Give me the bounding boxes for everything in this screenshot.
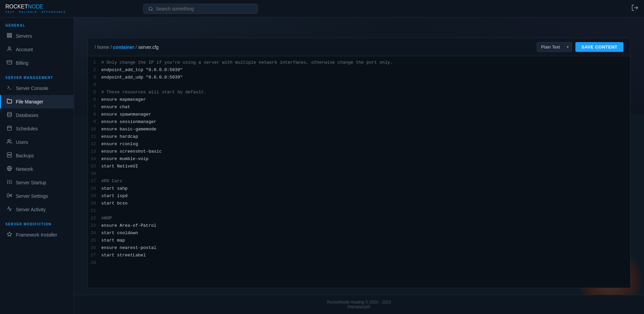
code-line: 20start bcso — [88, 200, 630, 208]
line-number: 10 — [88, 127, 101, 132]
code-line: 17#PD Cars — [88, 178, 630, 186]
footer-copyright: RocketNode Hosting © 2020 - 2023 — [79, 300, 639, 305]
line-content: ensure mumble-voip — [101, 156, 148, 161]
sidebar-item-file-manager[interactable]: File Manager — [0, 95, 74, 108]
backups-icon — [6, 152, 12, 159]
sidebar-item-billing[interactable]: Billing — [0, 56, 74, 70]
svg-point-9 — [7, 112, 11, 114]
sidebar-item-server-console[interactable]: Server Console — [0, 82, 74, 95]
svg-marker-31 — [7, 232, 11, 236]
svg-rect-2 — [7, 33, 11, 34]
line-content: #AOP — [101, 216, 112, 221]
code-line: 7ensure chat — [88, 104, 630, 112]
search-input[interactable] — [156, 6, 253, 11]
code-line: 14ensure mumble-voip — [88, 156, 630, 163]
sidebar-item-label: Users — [16, 139, 28, 145]
line-content: ensure nearest-postal — [101, 245, 156, 250]
folder-icon — [6, 98, 12, 105]
line-number: 21 — [88, 208, 101, 213]
code-line: 21 — [88, 208, 630, 215]
sidebar-item-users[interactable]: Users — [0, 135, 74, 149]
svg-rect-15 — [7, 153, 11, 154]
sidebar-item-label: Server Settings — [16, 193, 48, 199]
breadcrumb-file: server.cfg — [138, 44, 159, 50]
logo-tagline: FAST · RELIABLE · AFFORDABLE — [5, 10, 66, 13]
code-editor[interactable]: 1# Only change the IP if you're using a … — [88, 56, 630, 288]
code-line: 6ensure mapmanager — [88, 97, 630, 104]
file-editor-panel: / home / container / server.cfg Plain Te… — [87, 38, 631, 288]
code-line: 5# These resources will start by default… — [88, 89, 630, 97]
sidebar-item-label: Databases — [16, 113, 38, 118]
code-line: 9ensure sessionmanager — [88, 119, 630, 126]
sidebar-item-server-settings[interactable]: Server Settings — [0, 189, 74, 203]
line-content: start map — [101, 238, 125, 243]
sidebar-item-backups[interactable]: Backups — [0, 149, 74, 162]
app-header: ROCKETNODE FAST · RELIABLE · AFFORDABLE — [0, 0, 644, 18]
sidebar-item-server-activity[interactable]: Server Activity — [0, 203, 74, 216]
code-line: 27start streetLabel — [88, 252, 630, 260]
line-number: 24 — [88, 230, 101, 236]
line-number: 12 — [88, 142, 101, 147]
save-content-button[interactable]: SAVE CONTENT — [575, 42, 623, 52]
line-number: 6 — [88, 97, 101, 102]
search-bar[interactable] — [143, 4, 258, 14]
code-line: 13ensure screenshot-basic — [88, 149, 630, 156]
sidebar-item-account[interactable]: Account — [0, 43, 74, 56]
content-area: / home / container / server.cfg Plain Te… — [74, 18, 644, 314]
line-number: 27 — [88, 253, 101, 258]
breadcrumb-sep1: / — [95, 44, 96, 50]
code-line: 16 — [88, 171, 630, 178]
code-line: 22#AOP — [88, 215, 630, 223]
line-content: start bcso — [101, 201, 128, 206]
sidebar-item-label: Billing — [16, 60, 28, 66]
code-line: 15start NativeUI — [88, 163, 630, 171]
settings-icon — [6, 193, 12, 199]
line-content: endpoint_add_udp "0.0.0.0:5039" — [101, 75, 183, 80]
sidebar-item-network[interactable]: Network — [0, 162, 74, 176]
line-number: 13 — [88, 149, 101, 154]
footer-powered: Pterodactyl© — [79, 305, 639, 309]
line-number: 20 — [88, 201, 101, 206]
sidebar-item-label: Schedules — [16, 126, 38, 131]
footer: RocketNode Hosting © 2020 - 2023 Pteroda… — [74, 295, 644, 314]
line-number: 2 — [88, 67, 101, 72]
code-line: 4 — [88, 82, 630, 89]
code-line: 23ensure Area-of-Patrol — [88, 223, 630, 230]
sidebar-item-schedules[interactable]: Schedules — [0, 122, 74, 135]
line-number: 14 — [88, 156, 101, 161]
search-icon — [148, 6, 153, 11]
line-number: 19 — [88, 193, 101, 198]
network-icon — [6, 166, 12, 172]
startup-icon — [6, 179, 12, 186]
line-content: ensure mapmanager — [101, 97, 146, 102]
console-icon — [6, 85, 12, 92]
activity-icon — [6, 206, 12, 213]
sidebar-item-databases[interactable]: Databases — [0, 108, 74, 122]
line-content: start lspd — [101, 193, 128, 198]
breadcrumb-sep2: / — [110, 44, 112, 50]
sidebar-item-framework-installer[interactable]: Framework Installer — [0, 228, 74, 242]
sidebar-item-label: Network — [16, 166, 33, 172]
svg-point-5 — [8, 47, 10, 49]
line-content: start streetLabel — [101, 253, 146, 258]
file-type-select-wrapper: Plain Text JavaScript JSON YAML Lua ▼ — [537, 42, 572, 52]
sidebar-item-label: Account — [16, 47, 33, 52]
logout-button[interactable] — [631, 4, 639, 13]
sidebar: GENERAL Servers Account Billing SERVER M… — [0, 18, 74, 314]
svg-rect-3 — [7, 35, 11, 36]
line-number: 4 — [88, 82, 101, 87]
code-line: 8ensure spawnmanager — [88, 112, 630, 119]
server-modification-section-label: SERVER MODIFICTION — [0, 216, 74, 228]
sidebar-item-label: Server Console — [16, 86, 48, 91]
svg-point-14 — [8, 139, 9, 141]
sidebar-item-servers[interactable]: Servers — [0, 29, 74, 43]
line-number: 16 — [88, 171, 101, 176]
line-number: 18 — [88, 186, 101, 191]
sidebar-item-server-startup[interactable]: Server Startup — [0, 176, 74, 189]
line-content: ensure Area-of-Patrol — [101, 223, 156, 228]
sidebar-item-label: Server Startup — [16, 180, 46, 185]
file-type-select[interactable]: Plain Text JavaScript JSON YAML Lua — [537, 42, 572, 52]
code-line: 26ensure nearest-postal — [88, 245, 630, 252]
file-editor-controls: Plain Text JavaScript JSON YAML Lua ▼ SA… — [537, 42, 623, 52]
line-content: ensure screenshot-basic — [101, 149, 162, 154]
